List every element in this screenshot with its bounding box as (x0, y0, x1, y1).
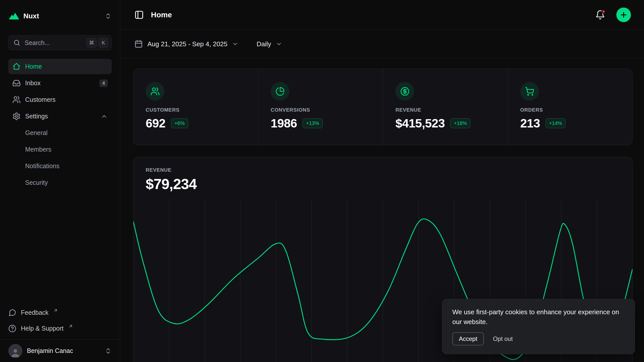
external-link-icon (53, 308, 58, 313)
chevron-up-icon (101, 113, 108, 120)
workspace-selector[interactable]: Nuxt (8, 9, 112, 24)
stat-label: CONVERSIONS (271, 107, 378, 113)
chevrons-up-down-icon (105, 347, 112, 354)
stat-delta-badge: +6% (171, 118, 188, 128)
cookie-message: We use first-party cookies to enhance yo… (452, 307, 625, 327)
shopping-cart-icon (520, 82, 539, 101)
sidebar-item-label: Customers (25, 96, 56, 103)
stat-conversions: CONVERSIONS 1986 +13% (258, 69, 383, 145)
sidebar-item-label: Inbox (25, 79, 41, 87)
search-icon (13, 39, 21, 47)
stat-label: CUSTOMERS (146, 107, 253, 113)
inbox-count-badge: 4 (99, 79, 108, 87)
chevron-down-icon (276, 41, 282, 47)
sidebar-item-members[interactable]: Members (8, 142, 112, 157)
help-circle-icon (8, 325, 16, 333)
stat-revenue: REVENUE $415,523 +18% (383, 69, 508, 145)
cookie-banner: We use first-party cookies to enhance yo… (442, 299, 635, 354)
sidebar-item-security[interactable]: Security (8, 175, 112, 190)
chat-bubble-icon (8, 309, 16, 317)
cookie-actions: Accept Opt out (452, 332, 625, 345)
search-input[interactable]: Search... ⌘ K (8, 35, 112, 50)
stat-customers: CUSTOMERS 692 +6% (133, 69, 258, 145)
help-support-link[interactable]: Help & Support (8, 321, 112, 336)
sidebar-item-customers[interactable]: Customers (8, 92, 112, 107)
chevron-down-icon (232, 41, 238, 47)
nuxt-logo-icon (8, 12, 19, 20)
date-range-value: Aug 21, 2025 - Sep 4, 2025 (147, 40, 227, 48)
stat-label: REVENUE (395, 107, 503, 113)
stat-value: 213 (520, 116, 540, 130)
user-menu[interactable]: Benjamin Canac (0, 339, 120, 362)
opt-out-button[interactable]: Opt out (493, 335, 513, 342)
sidebar: Nuxt Search... ⌘ K Home (0, 0, 120, 362)
kbd-k: K (99, 38, 108, 48)
page-title: Home (151, 11, 172, 19)
sidebar-toggle-icon[interactable] (134, 10, 144, 20)
sidebar-item-settings[interactable]: Settings (8, 109, 112, 124)
search-kbd-shortcut: ⌘ K (87, 38, 108, 48)
feedback-link[interactable]: Feedback (8, 305, 112, 321)
filter-bar: Aug 21, 2025 - Sep 4, 2025 Daily (120, 30, 644, 59)
stat-value: 692 (146, 116, 166, 130)
revenue-label: REVENUE (146, 167, 620, 173)
notification-dot (601, 10, 606, 14)
revenue-value: $79,234 (146, 175, 620, 192)
chevrons-up-down-icon (105, 13, 112, 20)
gear-icon (12, 112, 21, 120)
accept-button[interactable]: Accept (452, 332, 484, 345)
topbar: Home (120, 0, 644, 30)
help-support-label: Help & Support (21, 325, 64, 332)
date-range-picker[interactable]: Aug 21, 2025 - Sep 4, 2025 (134, 40, 238, 48)
home-icon (12, 62, 21, 71)
stat-delta-badge: +13% (303, 118, 323, 128)
stat-value: $415,523 (395, 116, 445, 130)
stat-value: 1986 (271, 116, 297, 130)
search-placeholder: Search... (25, 39, 50, 47)
dollar-circle-icon (395, 82, 414, 101)
granularity-value: Daily (257, 40, 271, 48)
sidebar-item-label: Home (25, 63, 42, 70)
stat-label: ORDERS (520, 107, 627, 113)
sidebar-nav: Home Inbox 4 Customers Settings (8, 59, 112, 190)
kbd-meta: ⌘ (87, 38, 97, 48)
brand-name: Nuxt (23, 12, 39, 20)
external-link-icon (68, 324, 73, 329)
sidebar-item-label: Settings (25, 113, 48, 120)
sidebar-item-notifications[interactable]: Notifications (8, 158, 112, 174)
calendar-icon (134, 40, 143, 48)
stat-delta-badge: +18% (450, 118, 470, 128)
stats-card: CUSTOMERS 692 +6% CONVERSIONS 1986 +13% (133, 69, 633, 145)
stat-delta-badge: +14% (546, 118, 566, 128)
topbar-actions (595, 8, 631, 22)
sidebar-item-inbox[interactable]: Inbox 4 (8, 75, 112, 91)
users-icon (12, 96, 21, 104)
feedback-label: Feedback (21, 309, 49, 316)
user-name: Benjamin Canac (27, 347, 73, 354)
notifications-button[interactable] (595, 10, 605, 20)
sidebar-item-general[interactable]: General (8, 125, 112, 141)
stat-orders: ORDERS 213 +14% (508, 69, 632, 145)
add-button[interactable] (616, 8, 631, 22)
revenue-card-header: REVENUE $79,234 (133, 157, 632, 192)
users-icon (146, 82, 164, 101)
sidebar-footer: Feedback Help & Support (8, 305, 112, 339)
granularity-select[interactable]: Daily (257, 40, 282, 48)
inbox-icon (12, 79, 21, 87)
pie-chart-icon (271, 82, 289, 101)
sidebar-item-home[interactable]: Home (8, 59, 112, 74)
avatar (8, 344, 22, 358)
